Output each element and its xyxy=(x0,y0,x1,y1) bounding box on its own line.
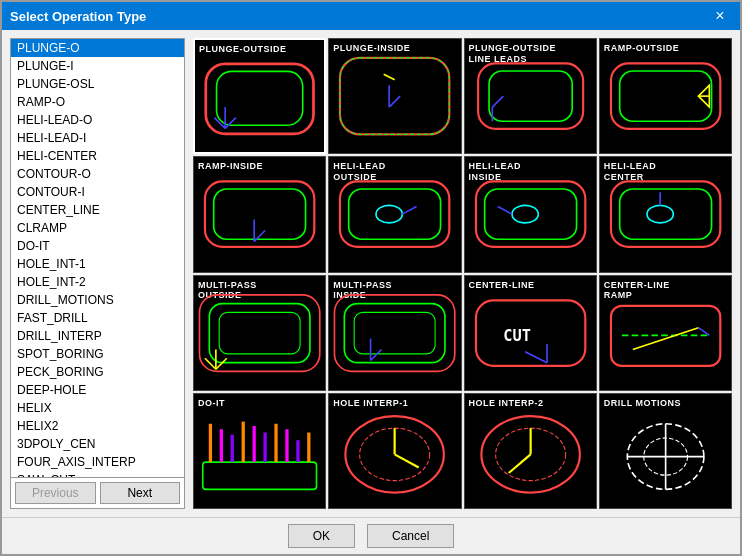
cell-image xyxy=(329,39,460,153)
cell-image xyxy=(329,276,460,390)
svg-line-50 xyxy=(698,327,709,335)
list-item[interactable]: RAMP-O xyxy=(11,93,184,111)
list-item[interactable]: 3DPOLY_CEN xyxy=(11,435,184,453)
svg-line-3 xyxy=(225,118,236,129)
svg-line-8 xyxy=(389,96,400,107)
grid-cell[interactable]: CENTER-LINE RAMP xyxy=(599,275,732,391)
svg-line-69 xyxy=(508,454,530,473)
svg-point-31 xyxy=(647,206,673,224)
svg-point-27 xyxy=(512,206,538,224)
grid-cell[interactable]: HOLE INTERP-2 xyxy=(464,393,597,509)
list-item[interactable]: PLUNGE-O xyxy=(11,39,184,57)
ok-button[interactable]: OK xyxy=(288,524,355,548)
list-item[interactable]: PLUNGE-I xyxy=(11,57,184,75)
cell-image xyxy=(600,394,731,508)
svg-rect-41 xyxy=(354,312,435,354)
operation-grid: PLUNGE-OUTSIDE PLUNGE-INSIDE PLUNGE-OUTS… xyxy=(193,38,732,509)
list-item[interactable]: DO-IT xyxy=(11,237,184,255)
list-item[interactable]: HELIX xyxy=(11,399,184,417)
svg-line-65 xyxy=(395,454,419,467)
list-item[interactable]: DRILL_INTERP xyxy=(11,327,184,345)
dialog-title: Select Operation Type xyxy=(10,9,146,24)
list-item[interactable]: HELI-CENTER xyxy=(11,147,184,165)
list-container: PLUNGE-OPLUNGE-IPLUNGE-OSLRAMP-OHELI-LEA… xyxy=(11,39,184,477)
right-panel: PLUNGE-OUTSIDE PLUNGE-INSIDE PLUNGE-OUTS… xyxy=(193,38,732,509)
list-item[interactable]: HELI-LEAD-O xyxy=(11,111,184,129)
grid-cell[interactable]: PLUNGE-OUTSIDE LINE LEADS xyxy=(464,38,597,154)
grid-cell[interactable]: HELI-LEAD INSIDE xyxy=(464,156,597,272)
cell-image xyxy=(194,394,325,508)
list-item[interactable]: CENTER_LINE xyxy=(11,201,184,219)
list-item[interactable]: FAST_DRILL xyxy=(11,309,184,327)
nav-buttons: Previous Next xyxy=(11,477,184,508)
list-item[interactable]: PLUNGE-OSL xyxy=(11,75,184,93)
svg-line-24 xyxy=(403,207,417,215)
next-button[interactable]: Next xyxy=(100,482,181,504)
operation-list[interactable]: PLUNGE-OPLUNGE-IPLUNGE-OSLRAMP-OHELI-LEA… xyxy=(11,39,184,477)
list-item[interactable]: HELI-LEAD-I xyxy=(11,129,184,147)
svg-rect-51 xyxy=(203,462,317,489)
grid-cell[interactable]: HELI-LEAD CENTER xyxy=(599,156,732,272)
grid-cell[interactable]: DRILL MOTIONS xyxy=(599,393,732,509)
list-item[interactable]: FOUR_AXIS_INTERP xyxy=(11,453,184,471)
list-item[interactable]: HOLE_INT-1 xyxy=(11,255,184,273)
cell-image xyxy=(194,157,325,271)
grid-cell[interactable]: RAMP-INSIDE xyxy=(193,156,326,272)
list-item[interactable]: DEEP-HOLE xyxy=(11,381,184,399)
title-bar: Select Operation Type × xyxy=(2,2,740,30)
svg-rect-35 xyxy=(219,312,300,354)
list-item[interactable]: HELIX2 xyxy=(11,417,184,435)
grid-cell[interactable]: RAMP-OUTSIDE xyxy=(599,38,732,154)
list-item[interactable]: HOLE_INT-2 xyxy=(11,273,184,291)
svg-line-28 xyxy=(497,207,511,215)
svg-rect-39 xyxy=(335,294,455,371)
cell-image: CUT xyxy=(465,276,596,390)
svg-line-9 xyxy=(384,74,395,79)
grid-cell[interactable]: HOLE INTERP-1 xyxy=(328,393,461,509)
cell-image xyxy=(194,276,325,390)
svg-rect-21 xyxy=(340,182,449,248)
svg-rect-1 xyxy=(217,71,303,125)
cell-image xyxy=(600,157,731,271)
cell-image xyxy=(195,40,324,152)
grid-cell[interactable]: HELI-LEAD OUTSIDE xyxy=(328,156,461,272)
grid-cell[interactable]: CENTER-LINE CUT xyxy=(464,275,597,391)
svg-rect-11 xyxy=(489,71,572,121)
svg-line-12 xyxy=(492,96,503,107)
dialog: Select Operation Type × PLUNGE-OPLUNGE-I… xyxy=(0,0,742,556)
svg-rect-18 xyxy=(214,189,306,239)
cell-image xyxy=(329,157,460,271)
list-item[interactable]: SPOT_BORING xyxy=(11,345,184,363)
cell-image xyxy=(600,39,731,153)
cell-image xyxy=(465,157,596,271)
grid-cell[interactable]: DO-IT xyxy=(193,393,326,509)
main-content: PLUNGE-OPLUNGE-IPLUNGE-OSLRAMP-OHELI-LEA… xyxy=(2,30,740,517)
svg-rect-30 xyxy=(619,189,711,239)
svg-point-23 xyxy=(376,206,402,224)
grid-cell[interactable]: MULTI-PASS INSIDE xyxy=(328,275,461,391)
grid-cell[interactable]: PLUNGE-OUTSIDE xyxy=(193,38,326,154)
left-panel: PLUNGE-OPLUNGE-IPLUNGE-OSLRAMP-OHELI-LEA… xyxy=(10,38,185,509)
list-item[interactable]: CLRAMP xyxy=(11,219,184,237)
cell-image xyxy=(600,276,731,390)
bottom-bar: OK Cancel xyxy=(2,517,740,554)
cancel-button[interactable]: Cancel xyxy=(367,524,454,548)
previous-button[interactable]: Previous xyxy=(15,482,96,504)
svg-rect-33 xyxy=(199,294,319,371)
cell-image xyxy=(329,394,460,508)
svg-rect-26 xyxy=(484,189,576,239)
close-button[interactable]: × xyxy=(708,4,732,28)
grid-cell[interactable]: MULTI-PASS OUTSIDE xyxy=(193,275,326,391)
svg-rect-5 xyxy=(340,58,449,135)
svg-line-43 xyxy=(371,349,382,360)
svg-rect-25 xyxy=(475,182,584,248)
list-item[interactable]: CONTOUR-O xyxy=(11,165,184,183)
svg-rect-6 xyxy=(340,58,449,135)
list-item[interactable]: DRILL_MOTIONS xyxy=(11,291,184,309)
list-item[interactable]: PECK_BORING xyxy=(11,363,184,381)
grid-cell[interactable]: PLUNGE-INSIDE xyxy=(328,38,461,154)
cell-image xyxy=(465,39,596,153)
svg-text:CUT: CUT xyxy=(503,326,531,344)
svg-line-37 xyxy=(216,358,227,369)
list-item[interactable]: CONTOUR-I xyxy=(11,183,184,201)
